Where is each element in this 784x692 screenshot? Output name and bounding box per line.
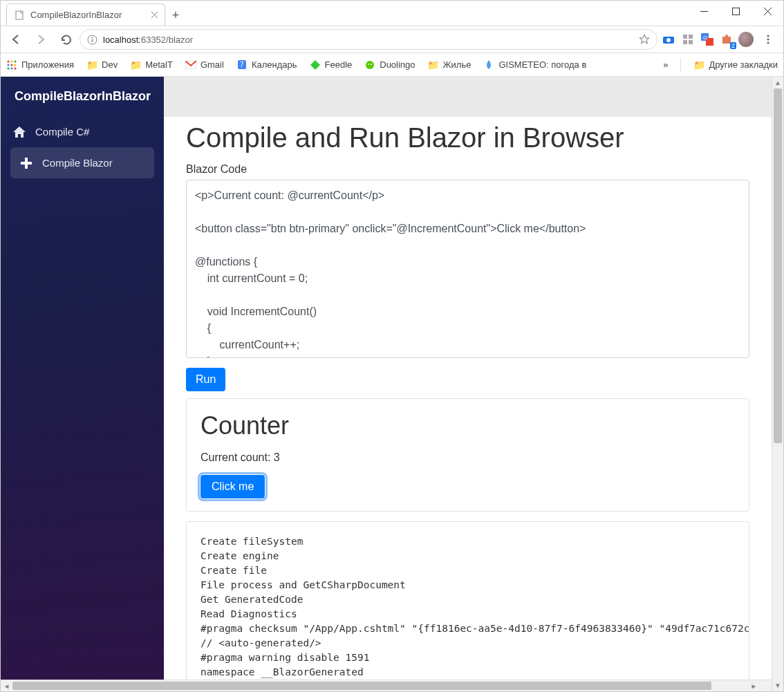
home-icon: [13, 127, 26, 138]
apps-button[interactable]: Приложения: [6, 59, 74, 71]
svg-marker-35: [310, 60, 320, 70]
feedle-icon: [310, 59, 321, 71]
svg-point-31: [7, 67, 9, 69]
star-icon[interactable]: [639, 34, 650, 45]
sidebar-item-compile-csharp[interactable]: Compile C#: [1, 116, 164, 147]
log-output: Create fileSystem Create engine Create f…: [186, 521, 749, 680]
extension-badge: 2: [730, 42, 736, 49]
run-button[interactable]: Run: [186, 368, 225, 391]
reload-icon: [60, 34, 72, 46]
folder-icon: 📁: [86, 59, 97, 71]
arrow-right-icon: [35, 33, 47, 46]
profile-avatar[interactable]: [738, 31, 754, 48]
browser-tab[interactable]: CompileBlazorInBlazor: [6, 3, 165, 26]
browser-window: CompileBlazorInBlazor + localhost:63352/…: [0, 0, 784, 692]
folder-icon: 📁: [130, 59, 141, 71]
code-label: Blazor Code: [186, 163, 749, 176]
folder-icon: 📁: [428, 59, 439, 71]
svg-rect-16: [689, 40, 693, 44]
sidebar: CompileBlazorInBlazor Compile C# Compile…: [1, 77, 164, 680]
bookmark-item[interactable]: GISMETEO: погода в: [483, 59, 586, 71]
sidebar-item-label: Compile C#: [35, 126, 89, 138]
bookmark-item[interactable]: Gmail: [185, 59, 224, 71]
bookmark-item[interactable]: 7Календарь: [236, 59, 297, 71]
svg-text:G: G: [703, 35, 707, 41]
svg-point-29: [10, 64, 12, 66]
svg-point-21: [725, 35, 728, 37]
info-icon: [87, 35, 97, 45]
svg-point-26: [10, 60, 12, 62]
gmail-icon: [185, 59, 196, 71]
code-textarea[interactable]: <p>Current count: @currentCount</p> <but…: [186, 180, 749, 358]
scroll-down-icon[interactable]: ▼: [772, 680, 783, 691]
menu-button[interactable]: [757, 28, 779, 50]
extension-puzzle-icon[interactable]: 2: [718, 31, 735, 48]
bookmark-item[interactable]: Feedle: [310, 59, 353, 71]
bookmark-item[interactable]: 📁Жилье: [428, 59, 472, 71]
svg-point-27: [14, 60, 16, 62]
reload-button[interactable]: [55, 28, 77, 50]
svg-point-22: [767, 35, 769, 37]
sidebar-item-compile-blazor[interactable]: Compile Blazor: [10, 147, 154, 178]
apps-icon: [6, 59, 17, 71]
forward-button[interactable]: [30, 28, 52, 50]
bookmarks-bar: Приложения 📁Dev 📁MetalT Gmail 7Календарь…: [1, 53, 783, 77]
new-tab-button[interactable]: +: [165, 5, 186, 26]
svg-rect-15: [683, 40, 687, 44]
count-text: Current count: 3: [200, 451, 735, 464]
svg-point-37: [368, 64, 369, 65]
result-heading: Counter: [200, 411, 735, 440]
svg-point-23: [767, 39, 769, 41]
page-favicon: [14, 10, 25, 21]
svg-point-9: [92, 37, 93, 38]
svg-marker-39: [13, 127, 26, 138]
scroll-up-icon[interactable]: ▲: [772, 77, 783, 88]
app: CompileBlazorInBlazor Compile C# Compile…: [1, 77, 772, 680]
extension-camera-icon[interactable]: [660, 31, 677, 48]
close-icon: [151, 12, 158, 18]
translate-icon[interactable]: G: [699, 31, 716, 48]
tab-title: CompileBlazorInBlazor: [30, 10, 122, 20]
scrollbar-thumb[interactable]: [12, 682, 711, 690]
calendar-icon: 7: [236, 59, 248, 71]
horizontal-scrollbar[interactable]: ◄ ►: [1, 680, 772, 691]
svg-point-33: [14, 67, 16, 69]
other-bookmarks-button[interactable]: 📁Другие закладки: [693, 59, 778, 71]
scrollbar-thumb[interactable]: [774, 88, 782, 443]
address-bar[interactable]: localhost:63352/blazor: [80, 29, 657, 50]
svg-point-25: [7, 60, 9, 62]
svg-point-30: [14, 64, 16, 66]
svg-point-12: [666, 38, 671, 42]
kebab-icon: [763, 35, 773, 44]
main-area: Compile and Run Blazor in Browser Blazor…: [164, 77, 772, 680]
bookmark-item[interactable]: 📁Dev: [86, 59, 118, 71]
bookmark-item[interactable]: 📁MetalT: [130, 59, 173, 71]
svg-point-28: [7, 64, 9, 66]
viewport: CompileBlazorInBlazor Compile C# Compile…: [1, 77, 783, 691]
toolbar: localhost:63352/blazor G 2: [1, 26, 783, 53]
tab-strip: CompileBlazorInBlazor +: [1, 1, 783, 26]
url-text: localhost:63352/blazor: [103, 35, 193, 45]
back-button[interactable]: [5, 28, 27, 50]
content: Compile and Run Blazor in Browser Blazor…: [164, 117, 772, 680]
svg-point-24: [767, 42, 769, 44]
svg-point-38: [371, 64, 372, 65]
page-title: Compile and Run Blazor in Browser: [186, 117, 749, 153]
result-card: Counter Current count: 3 Click me: [186, 398, 749, 512]
arrow-left-icon: [10, 33, 22, 46]
bookmark-item[interactable]: Duolingo: [364, 59, 415, 71]
app-brand: CompileBlazorInBlazor: [1, 77, 164, 116]
duolingo-icon: [364, 59, 375, 71]
scroll-left-icon[interactable]: ◄: [1, 680, 12, 691]
vertical-scrollbar[interactable]: ▲ ▼: [772, 77, 783, 691]
svg-rect-13: [683, 35, 687, 39]
increment-button[interactable]: Click me: [200, 475, 265, 498]
bookmark-overflow-button[interactable]: »: [663, 59, 668, 70]
scroll-right-icon[interactable]: ►: [748, 680, 760, 691]
svg-rect-41: [21, 162, 32, 165]
drop-icon: [483, 59, 494, 71]
svg-rect-14: [689, 35, 693, 39]
tab-close-button[interactable]: [151, 12, 158, 18]
sidebar-item-label: Compile Blazor: [42, 157, 113, 169]
extension-icon[interactable]: [680, 31, 696, 48]
